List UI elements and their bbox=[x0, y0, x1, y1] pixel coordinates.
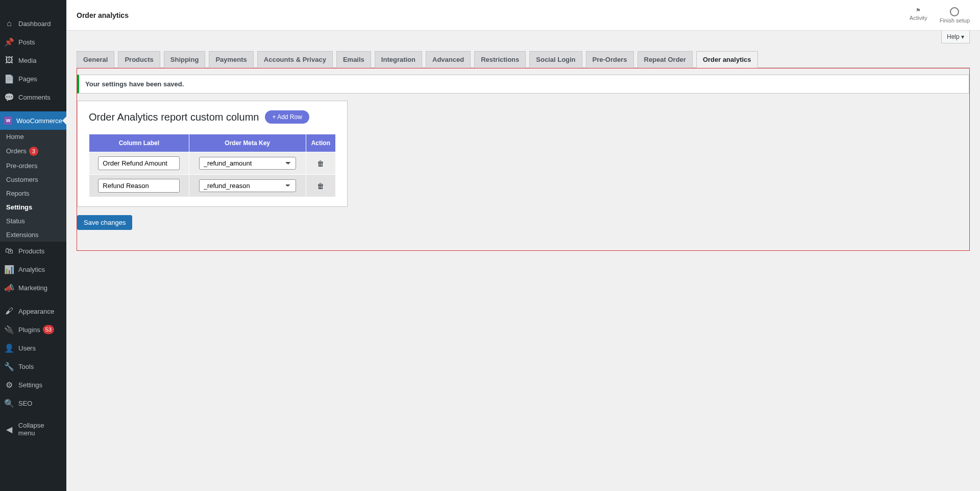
tab-restrictions[interactable]: Restrictions bbox=[474, 51, 526, 68]
appearance-icon: 🖌 bbox=[4, 306, 14, 316]
sidebar-item-comments[interactable]: 💬Comments bbox=[0, 88, 66, 106]
column-label-input[interactable] bbox=[98, 156, 180, 170]
sidebar-item-woocommerce[interactable]: WWooCommerce bbox=[0, 111, 66, 130]
settings-icon: ⚙ bbox=[4, 380, 14, 390]
sidebar-item-seo[interactable]: 🔍SEO bbox=[0, 394, 66, 412]
finish-setup-label: Finish setup bbox=[940, 17, 970, 24]
meta-key-select[interactable]: _refund_reason bbox=[199, 179, 296, 192]
users-icon: 👤 bbox=[4, 343, 14, 353]
main-area: Order analytics ⚑ Activity Finish setup … bbox=[66, 0, 980, 491]
add-row-button[interactable]: + Add Row bbox=[265, 110, 309, 124]
sidebar-item-label: Media bbox=[18, 57, 36, 64]
sidebar-item-marketing[interactable]: 📣Marketing bbox=[0, 278, 66, 297]
woocommerce-submenu: HomeOrders3Pre-ordersCustomersReportsSet… bbox=[0, 130, 66, 242]
sidebar-item-tools[interactable]: 🔧Tools bbox=[0, 357, 66, 376]
highlight-region: Your settings have been saved. Order Ana… bbox=[77, 68, 970, 251]
pages-icon: 📄 bbox=[4, 74, 14, 84]
sidebar-item-pages[interactable]: 📄Pages bbox=[0, 69, 66, 88]
table-row: _refund_reason🗑 bbox=[89, 175, 336, 197]
sidebar-item-label: Plugins bbox=[18, 326, 40, 334]
circle-progress-icon bbox=[950, 7, 959, 16]
collapse-icon: ◀ bbox=[4, 424, 14, 434]
tab-order-analytics[interactable]: Order analytics bbox=[696, 51, 758, 68]
sidebar-item-label: Products bbox=[18, 247, 44, 255]
tab-social-login[interactable]: Social Login bbox=[529, 51, 582, 68]
tab-integration[interactable]: Integration bbox=[375, 51, 422, 68]
sidebar-item-label: Appearance bbox=[18, 308, 54, 315]
submenu-item-home[interactable]: Home bbox=[0, 130, 66, 144]
topbar-actions: ⚑ Activity Finish setup bbox=[910, 7, 970, 24]
flag-icon: ⚑ bbox=[916, 7, 921, 14]
th-action: Action bbox=[306, 134, 335, 152]
notice-text: Your settings have been saved. bbox=[85, 80, 184, 88]
sidebar-item-dashboard[interactable]: ⌂Dashboard bbox=[0, 14, 66, 33]
custom-columns-table: Column Label Order Meta Key Action _refu… bbox=[89, 134, 336, 197]
sidebar-item-label: Dashboard bbox=[18, 20, 51, 28]
sidebar-item-label: SEO bbox=[18, 400, 32, 407]
sidebar-item-label: WooCommerce bbox=[16, 117, 62, 125]
submenu-item-label: Extensions bbox=[6, 231, 39, 239]
submenu-item-label: Status bbox=[6, 217, 25, 225]
submenu-item-extensions[interactable]: Extensions bbox=[0, 228, 66, 242]
meta-key-select[interactable]: _refund_amount bbox=[199, 157, 296, 170]
sidebar-item-label: Posts bbox=[18, 38, 35, 46]
submenu-item-preorders[interactable]: Pre-orders bbox=[0, 159, 66, 173]
th-column-label: Column Label bbox=[89, 134, 189, 152]
sidebar-item-analytics[interactable]: 📊Analytics bbox=[0, 260, 66, 278]
submenu-item-status[interactable]: Status bbox=[0, 214, 66, 228]
media-icon: 🖼 bbox=[4, 55, 14, 65]
sidebar-item-label: Pages bbox=[18, 75, 37, 83]
analytics-icon: 📊 bbox=[4, 264, 14, 274]
settings-saved-notice: Your settings have been saved. bbox=[77, 75, 969, 93]
sidebar-item-media[interactable]: 🖼Media bbox=[0, 51, 66, 69]
submenu-item-orders[interactable]: Orders3 bbox=[0, 144, 66, 159]
activity-button[interactable]: ⚑ Activity bbox=[910, 7, 927, 24]
tab-advanced[interactable]: Advanced bbox=[426, 51, 471, 68]
finish-setup-button[interactable]: Finish setup bbox=[940, 7, 970, 24]
sidebar-item-plugins[interactable]: 🔌Plugins53 bbox=[0, 320, 66, 339]
plugins-icon: 🔌 bbox=[4, 324, 14, 335]
seo-icon: 🔍 bbox=[4, 398, 14, 408]
activity-label: Activity bbox=[910, 15, 927, 21]
submenu-item-label: Customers bbox=[6, 176, 38, 183]
page-title: Order analytics bbox=[77, 11, 129, 19]
tab-accounts-privacy[interactable]: Accounts & Privacy bbox=[257, 51, 333, 68]
tab-products[interactable]: Products bbox=[118, 51, 160, 68]
submenu-item-reports[interactable]: Reports bbox=[0, 186, 66, 200]
sidebar-item-products[interactable]: 🛍Products bbox=[0, 242, 66, 260]
submenu-item-customers[interactable]: Customers bbox=[0, 173, 66, 186]
topbar: Order analytics ⚑ Activity Finish setup bbox=[66, 0, 980, 31]
tab-emails[interactable]: Emails bbox=[336, 51, 371, 68]
save-changes-button[interactable]: Save changes bbox=[77, 215, 132, 230]
submenu-item-label: Pre-orders bbox=[6, 162, 37, 170]
sidebar-item-users[interactable]: 👤Users bbox=[0, 339, 66, 357]
th-meta-key: Order Meta Key bbox=[189, 134, 306, 152]
submenu-item-label: Orders bbox=[6, 147, 27, 155]
submenu-item-settings[interactable]: Settings bbox=[0, 200, 66, 214]
column-label-input[interactable] bbox=[98, 179, 180, 193]
sidebar-item-label: Tools bbox=[18, 363, 34, 370]
sidebar-item-label: Marketing bbox=[18, 284, 47, 292]
tab-general[interactable]: General bbox=[77, 51, 114, 68]
sidebar-item-appearance[interactable]: 🖌Appearance bbox=[0, 302, 66, 320]
dashboard-icon: ⌂ bbox=[4, 18, 14, 29]
tools-icon: 🔧 bbox=[4, 361, 14, 371]
trash-icon[interactable]: 🗑 bbox=[317, 182, 324, 190]
tab-repeat-order[interactable]: Repeat Order bbox=[638, 51, 693, 68]
table-row: _refund_amount🗑 bbox=[89, 152, 336, 175]
submenu-item-label: Reports bbox=[6, 190, 30, 197]
marketing-icon: 📣 bbox=[4, 283, 14, 293]
sidebar-item-label: Settings bbox=[18, 381, 42, 389]
tab-payments[interactable]: Payments bbox=[209, 51, 253, 68]
sidebar-item-settings[interactable]: ⚙Settings bbox=[0, 376, 66, 394]
trash-icon[interactable]: 🗑 bbox=[317, 159, 324, 168]
comments-icon: 💬 bbox=[4, 92, 14, 102]
settings-tabs: GeneralProductsShippingPaymentsAccounts … bbox=[77, 51, 970, 68]
help-tab[interactable]: Help ▾ bbox=[941, 31, 970, 43]
woocommerce-icon: W bbox=[4, 115, 12, 126]
tab-shipping[interactable]: Shipping bbox=[164, 51, 206, 68]
sidebar-item-posts[interactable]: 📌Posts bbox=[0, 33, 66, 51]
tab-pre-orders[interactable]: Pre-Orders bbox=[586, 51, 634, 68]
content-area: Help ▾ GeneralProductsShippingPaymentsAc… bbox=[66, 31, 980, 261]
sidebar-item-collapse[interactable]: ◀Collapse menu bbox=[0, 417, 66, 441]
